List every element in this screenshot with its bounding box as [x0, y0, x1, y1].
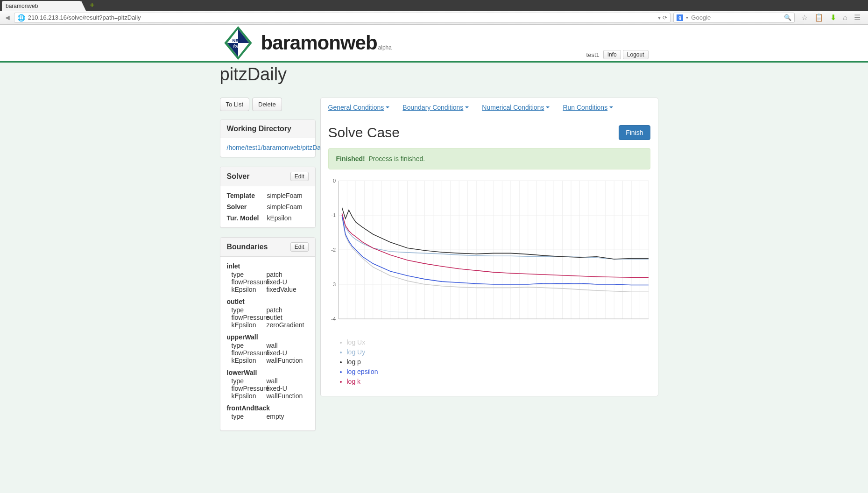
boundary-group: lowerWalltypewallflowPressurefixed-UkEps…: [227, 369, 309, 400]
working-directory-panel: Working Directory /home/test1/baramonweb…: [220, 120, 316, 157]
section-title: Solve Case: [328, 125, 400, 141]
working-directory-heading: Working Directory: [227, 125, 291, 133]
legend-label: log Ux: [347, 338, 366, 346]
boundary-prop-value: outlet: [267, 314, 282, 321]
boundary-prop-key: kEpsilon: [232, 392, 267, 400]
boundary-prop-value: wallFunction: [267, 392, 303, 400]
caret-icon: [609, 106, 613, 108]
boundary-prop: flowPressureoutlet: [227, 314, 309, 321]
alert-text: Process is finished.: [369, 155, 425, 162]
boundary-prop-key: type: [232, 306, 267, 314]
username: test1: [586, 51, 600, 58]
nav-tab-label: General Conditions: [328, 104, 384, 111]
boundary-group-name: upperWall: [227, 333, 309, 341]
search-placeholder: Google: [691, 14, 711, 21]
url-bar[interactable]: 🌐 210.16.213.16/solve/result?path=pitzDa…: [14, 13, 670, 23]
boundary-prop-key: flowPressure: [232, 385, 267, 392]
logo-mark: NEXT foam: [220, 25, 256, 61]
chart-legend: log Uxlog Uylog plog epsilonlog k: [328, 338, 650, 387]
logout-button[interactable]: Logout: [623, 50, 649, 59]
boundary-group-name: frontAndBack: [227, 404, 309, 412]
chart-series: [342, 215, 649, 259]
search-box[interactable]: g ▾ Google 🔍: [673, 13, 795, 23]
info-button[interactable]: Info: [603, 50, 621, 59]
nav-tab[interactable]: Numerical Conditions: [482, 104, 550, 116]
page-header: NEXT foam baramonwebalpha test1 Info Log…: [0, 25, 868, 63]
residual-chart: 0-1-2-3-4200400600800: [328, 178, 650, 332]
logo[interactable]: NEXT foam baramonwebalpha: [220, 25, 392, 61]
boundary-prop-key: flowPressure: [232, 314, 267, 321]
solver-row: SolversimpleFoam: [227, 203, 309, 211]
case-title: pitzDaily: [220, 64, 649, 85]
url-text: 210.16.213.16/solve/result?path=pitzDail…: [28, 14, 141, 21]
download-icon[interactable]: ⬇: [830, 13, 836, 22]
tab-title: baramonweb: [6, 3, 38, 9]
boundaries-heading: Boundaries: [227, 243, 268, 251]
boundary-prop-key: type: [232, 342, 267, 349]
nav-tab[interactable]: General Conditions: [328, 104, 390, 116]
caret-icon: [465, 106, 469, 108]
solver-panel: Solver Edit TemplatesimpleFoamSolversimp…: [220, 167, 316, 228]
legend-label: log k: [347, 378, 361, 385]
search-dropdown-icon[interactable]: ▾: [686, 15, 688, 20]
menu-icon[interactable]: ☰: [854, 13, 861, 22]
legend-item: log Ux: [347, 338, 650, 347]
back-icon[interactable]: ◄: [4, 14, 11, 22]
solver-row-value: simpleFoam: [267, 203, 303, 211]
brand-text: baramonweb: [261, 32, 377, 54]
legend-label: log epsilon: [347, 368, 378, 375]
boundary-prop: typepatch: [227, 306, 309, 314]
solver-row-key: Template: [227, 192, 267, 199]
boundary-prop: typepatch: [227, 271, 309, 278]
svg-text:-1: -1: [331, 212, 336, 218]
boundary-group: upperWalltypewallflowPressurefixed-UkEps…: [227, 333, 309, 364]
solver-row-value: kEpsilon: [267, 214, 292, 222]
nav-tab-label: Numerical Conditions: [482, 104, 544, 111]
boundary-prop: kEpsilonfixedValue: [227, 286, 309, 293]
solver-row-key: Tur. Model: [227, 214, 267, 222]
nav-tab-label: Run Conditions: [563, 104, 607, 111]
svg-text:-3: -3: [331, 282, 336, 287]
legend-item: log k: [347, 377, 650, 387]
boundary-prop-value: wall: [267, 342, 278, 349]
boundary-prop-value: fixed-U: [267, 349, 287, 357]
boundary-group-name: inlet: [227, 262, 309, 270]
legend-label: log Uy: [347, 348, 366, 356]
delete-button[interactable]: Delete: [252, 98, 282, 111]
to-list-button[interactable]: To List: [220, 98, 250, 111]
browser-tab[interactable]: baramonweb: [2, 1, 81, 11]
working-directory-link[interactable]: /home/test1/baramonweb/pitzDaily: [227, 144, 327, 151]
svg-text:0: 0: [332, 178, 335, 183]
boundary-prop: typewall: [227, 342, 309, 349]
finish-button[interactable]: Finish: [619, 125, 650, 140]
brand-suffix: alpha: [378, 44, 392, 51]
boundary-prop: flowPressurefixed-U: [227, 278, 309, 286]
boundary-prop-value: empty: [267, 413, 284, 420]
legend-item: log p: [347, 357, 650, 367]
boundary-prop: typeempty: [227, 413, 309, 420]
bookmark-icon[interactable]: ☆: [801, 13, 808, 22]
tab-strip: baramonweb +: [0, 0, 868, 11]
nav-tab[interactable]: Boundary Conditions: [402, 104, 469, 116]
boundary-prop-key: kEpsilon: [232, 321, 267, 329]
new-tab-button[interactable]: +: [90, 0, 95, 10]
solver-edit-button[interactable]: Edit: [290, 172, 309, 181]
svg-text:foam: foam: [233, 44, 243, 49]
nav-tab[interactable]: Run Conditions: [563, 104, 613, 116]
search-icon[interactable]: 🔍: [784, 14, 791, 21]
boundary-prop: typewall: [227, 377, 309, 385]
boundary-group-name: lowerWall: [227, 369, 309, 376]
boundaries-edit-button[interactable]: Edit: [290, 242, 309, 252]
boundary-prop-value: wallFunction: [267, 357, 303, 364]
google-icon: g: [677, 14, 683, 21]
home-icon[interactable]: ⌂: [843, 14, 847, 22]
boundary-prop: kEpsilonwallFunction: [227, 357, 309, 364]
chart-series: [342, 213, 649, 277]
dropdown-icon[interactable]: ▾: [658, 14, 661, 21]
boundary-prop-key: kEpsilon: [232, 357, 267, 364]
boundary-prop-value: fixed-U: [267, 385, 287, 392]
clipboard-icon[interactable]: 📋: [814, 13, 824, 22]
reload-icon[interactable]: ⟳: [663, 14, 667, 21]
boundary-group: outlettypepatchflowPressureoutletkEpsilo…: [227, 298, 309, 329]
boundary-prop: flowPressurefixed-U: [227, 349, 309, 357]
